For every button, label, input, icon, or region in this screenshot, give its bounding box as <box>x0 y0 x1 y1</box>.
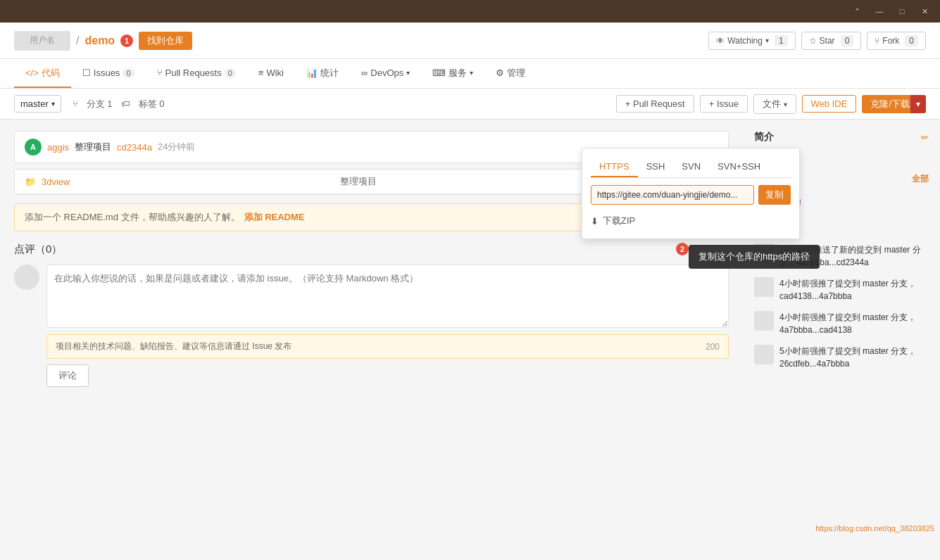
add-readme-link[interactable]: 添加 README <box>244 211 305 224</box>
branch-info: ⑂ 分支 1 🏷 标签 0 <box>73 98 165 110</box>
titlebar-controls: ⌃ — □ ✕ <box>847 4 934 18</box>
intro-title: 简介 <box>754 131 774 144</box>
badge-2: 2 <box>676 243 689 255</box>
star-label: Star <box>820 36 835 46</box>
clone-url-input[interactable] <box>591 185 754 205</box>
copy-url-button[interactable]: 复制 <box>758 185 791 205</box>
branch-count: 分支 1 <box>87 98 113 110</box>
activity-item-2: 4小时前强推了提交到 master 分支，cad4138...4a7bbba <box>754 277 929 303</box>
star-count: 0 <box>841 35 854 46</box>
tab-services[interactable]: ⌨ 服务 ▾ <box>421 60 484 88</box>
header-left: 用户名 / demo 1 找到仓库 <box>14 31 192 51</box>
titlebar: ⌃ — □ ✕ <box>0 0 940 23</box>
pr-icon: ⑂ <box>157 68 163 78</box>
tab-manage[interactable]: ⚙ 管理 <box>484 60 537 88</box>
commit-message: 整理项目 <box>75 141 111 153</box>
repo-owner-avatar: 用户名 <box>14 31 70 51</box>
commit-hash[interactable]: cd2344a <box>117 142 152 153</box>
tab-pull-requests[interactable]: ⑂ Pull Requests 0 <box>146 61 247 87</box>
download-zip-button[interactable]: ⬇ 下载ZIP <box>591 212 791 230</box>
branch-icon: ⑂ <box>73 98 78 109</box>
activity-text-3: 4小时前强推了提交到 master 分支，4a7bbba...cad4138 <box>779 311 929 336</box>
badge-1: 1 <box>120 34 133 47</box>
watching-button[interactable]: 👁 Watching ▾ 1 <box>708 32 795 50</box>
eye-icon: 👁 <box>716 36 725 46</box>
commit-time: 24分钟前 <box>158 141 195 153</box>
clone-tab-svn[interactable]: SVN <box>673 157 709 177</box>
branch-name: master <box>20 98 49 109</box>
tab-stats[interactable]: 📊 统计 <box>295 60 350 88</box>
activity-avatar-2 <box>754 277 774 297</box>
header: 用户名 / demo 1 找到仓库 👁 Watching ▾ 1 ☆ Star … <box>0 23 940 59</box>
star-button[interactable]: ☆ Star 0 <box>801 32 862 50</box>
clone-tabs: HTTPS SSH SVN SVN+SSH <box>591 157 791 178</box>
tab-issues[interactable]: ☐ Issues 0 <box>71 61 146 87</box>
titlebar-close-btn[interactable]: ✕ <box>915 4 934 18</box>
comments-title: 点评（0） <box>14 243 729 256</box>
branch-selector[interactable]: master ▾ <box>14 95 61 113</box>
header-right: 👁 Watching ▾ 1 ☆ Star 0 ⑂ Fork 0 <box>708 32 926 50</box>
clone-popup: HTTPS SSH SVN SVN+SSH 复制 ⬇ 下载ZIP <box>582 148 800 239</box>
manage-icon: ⚙ <box>496 68 504 78</box>
activity-item-4: 5小时前强推了提交到 master 分支，26cdfeb...4a7bbba <box>754 345 929 370</box>
watching-label: Watching <box>727 36 763 46</box>
issue-button[interactable]: + Issue <box>700 95 748 113</box>
download-icon: ⬇ <box>591 216 599 227</box>
clone-download-group: 克隆/下载 ▾ <box>862 95 926 113</box>
folder-icon: 📁 <box>25 177 36 187</box>
activity-avatar-4 <box>754 345 774 364</box>
pull-request-button[interactable]: + Pull Request <box>616 95 694 113</box>
nav-tabs: </> 代码 ☐ Issues 0 ⑂ Pull Requests 0 ≡ Wi… <box>0 59 940 89</box>
code-icon: </> <box>25 68 39 78</box>
star-icon: ☆ <box>809 36 817 46</box>
comments-section: 点评（0） 项目相关的技术问题、缺陷报告、建议等信息请通过 Issue 发布 2… <box>14 243 729 387</box>
clone-download-button[interactable]: 克隆/下载 <box>862 95 910 113</box>
clone-tab-https[interactable]: HTTPS <box>591 157 638 177</box>
activity-text-2: 4小时前强推了提交到 master 分支，cad4138...4a7bbba <box>779 277 929 303</box>
file-name[interactable]: 3dview <box>42 177 334 187</box>
tab-code[interactable]: </> 代码 <box>14 60 71 88</box>
tag-count: 标签 0 <box>139 98 165 110</box>
branch-left: master ▾ ⑂ 分支 1 🏷 标签 0 <box>14 95 164 113</box>
tab-devops[interactable]: ∞ DevOps ▾ <box>350 61 421 87</box>
titlebar-chevron-btn[interactable]: ⌃ <box>847 4 867 18</box>
activity-text-4: 5小时前强推了提交到 master 分支，26cdfeb...4a7bbba <box>779 345 929 370</box>
comment-input-area: 项目相关的技术问题、缺陷报告、建议等信息请通过 Issue 发布 200 评论 <box>46 265 729 387</box>
show-all-link[interactable]: 全部 <box>912 173 929 186</box>
pr-count: 0 <box>225 68 236 78</box>
fork-button[interactable]: ⑂ Fork 0 <box>867 32 926 50</box>
titlebar-maximize-btn[interactable]: □ <box>892 4 912 18</box>
status-url: https://blog.csdn.net/qq_38203825 <box>815 524 934 533</box>
char-count: 200 <box>706 342 720 352</box>
issue-icon: ☐ <box>82 68 91 78</box>
intro-header: 简介 ✏ <box>754 131 929 144</box>
comment-hint-text: 项目相关的技术问题、缺陷报告、建议等信息请通过 Issue 发布 <box>56 341 292 352</box>
fork-icon: ⑂ <box>875 36 879 46</box>
comment-textarea[interactable] <box>46 265 729 328</box>
repo-name: demo <box>84 34 115 47</box>
file-commit-msg: 整理项目 <box>340 175 377 188</box>
find-repo-button[interactable]: 找到仓库 <box>139 32 192 50</box>
watching-count: 1 <box>775 35 788 46</box>
clone-tab-svn-ssh[interactable]: SVN+SSH <box>709 157 769 177</box>
branch-right: + Pull Request + Issue 文件 ▾ Web IDE 克隆/下… <box>616 94 926 114</box>
intro-edit-icon: ✏ <box>921 132 929 143</box>
comment-hint: 项目相关的技术问题、缺陷报告、建议等信息请通过 Issue 发布 200 <box>46 334 729 359</box>
services-dropdown-icon: ▾ <box>470 69 473 77</box>
commit-author: aggis <box>47 142 69 153</box>
fork-count: 0 <box>905 35 918 46</box>
branch-bar: master ▾ ⑂ 分支 1 🏷 标签 0 + Pull Request + … <box>0 89 940 120</box>
services-icon: ⌨ <box>432 68 446 78</box>
activity-avatar-3 <box>754 311 774 331</box>
tab-wiki[interactable]: ≡ Wiki <box>247 61 295 87</box>
fork-label: Fork <box>882 36 899 46</box>
file-button[interactable]: 文件 ▾ <box>753 94 796 114</box>
submit-comment-button[interactable]: 评论 <box>46 364 89 387</box>
clone-tab-ssh[interactable]: SSH <box>638 157 674 177</box>
web-ide-button[interactable]: Web IDE <box>802 95 857 113</box>
titlebar-minimize-btn[interactable]: — <box>870 4 889 18</box>
clone-https-tooltip: 复制这个仓库的https的路径 <box>689 245 820 269</box>
clone-dropdown-button[interactable]: ▾ <box>910 95 926 113</box>
branch-dropdown-icon: ▾ <box>51 100 55 108</box>
commenter-avatar <box>14 265 39 290</box>
